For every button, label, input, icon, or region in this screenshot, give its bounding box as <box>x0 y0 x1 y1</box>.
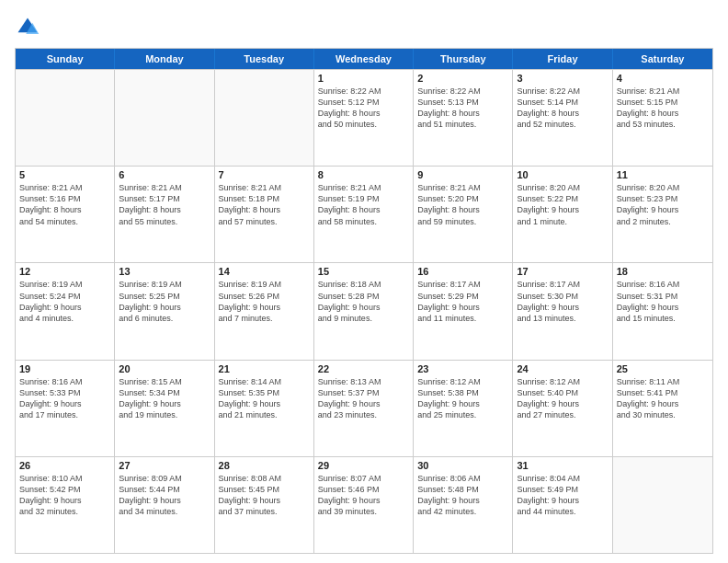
day-number: 23 <box>417 363 508 374</box>
cell-line: Sunrise: 8:10 AM <box>19 473 110 484</box>
day-cell-22: 22Sunrise: 8:13 AMSunset: 5:37 PMDayligh… <box>314 361 414 456</box>
cell-line: Daylight: 9 hours <box>219 398 310 409</box>
cell-line: and 7 minutes. <box>219 313 310 324</box>
cell-line: and 42 minutes. <box>417 506 508 517</box>
cell-line: Sunrise: 8:04 AM <box>517 473 608 484</box>
cell-line: Daylight: 9 hours <box>517 495 608 506</box>
cell-line: Sunrise: 8:19 AM <box>219 279 310 290</box>
cell-line: Sunset: 5:24 PM <box>19 291 110 302</box>
cell-line: Sunrise: 8:16 AM <box>19 376 110 387</box>
cell-line: Sunrise: 8:18 AM <box>318 279 409 290</box>
empty-cell-0-0 <box>16 70 115 166</box>
day-number: 18 <box>617 266 709 277</box>
cell-line: and 58 minutes. <box>318 216 409 227</box>
day-number: 15 <box>318 266 409 277</box>
day-number: 4 <box>617 73 709 84</box>
cell-line: Sunset: 5:18 PM <box>219 193 310 204</box>
cell-line: and 25 minutes. <box>417 409 508 420</box>
cell-line: Sunset: 5:34 PM <box>119 387 210 398</box>
page: SundayMondayTuesdayWednesdayThursdayFrid… <box>0 0 728 563</box>
cell-line: Daylight: 8 hours <box>617 108 709 119</box>
cell-line: Sunrise: 8:06 AM <box>417 473 508 484</box>
cell-line: Daylight: 8 hours <box>318 204 409 215</box>
cell-line: and 37 minutes. <box>219 506 310 517</box>
cell-line: Sunrise: 8:19 AM <box>119 279 210 290</box>
cell-line: and 55 minutes. <box>119 216 210 227</box>
cell-line: Sunset: 5:49 PM <box>517 484 608 495</box>
cell-line: and 57 minutes. <box>219 216 310 227</box>
cell-line: Sunset: 5:22 PM <box>517 193 608 204</box>
day-cell-18: 18Sunrise: 8:16 AMSunset: 5:31 PMDayligh… <box>613 263 712 359</box>
day-number: 2 <box>417 73 508 84</box>
cell-line: Daylight: 8 hours <box>219 204 310 215</box>
cell-line: and 9 minutes. <box>318 313 409 324</box>
cell-line: Sunrise: 8:21 AM <box>219 182 310 193</box>
cell-line: and 4 minutes. <box>19 313 110 324</box>
day-cell-4: 4Sunrise: 8:21 AMSunset: 5:15 PMDaylight… <box>613 70 712 166</box>
cell-line: Daylight: 9 hours <box>119 302 210 313</box>
day-number: 7 <box>219 169 310 180</box>
cell-line: Sunset: 5:19 PM <box>318 193 409 204</box>
cell-line: Daylight: 9 hours <box>19 302 110 313</box>
day-cell-29: 29Sunrise: 8:07 AMSunset: 5:46 PMDayligh… <box>314 457 414 553</box>
cell-line: Sunset: 5:28 PM <box>318 291 409 302</box>
cell-line: and 39 minutes. <box>318 506 409 517</box>
logo <box>15 15 44 40</box>
cell-line: Daylight: 9 hours <box>318 302 409 313</box>
day-cell-14: 14Sunrise: 8:19 AMSunset: 5:26 PMDayligh… <box>215 263 314 359</box>
cell-line: Sunset: 5:25 PM <box>119 291 210 302</box>
calendar-row-3: 19Sunrise: 8:16 AMSunset: 5:33 PMDayligh… <box>16 360 712 456</box>
header-cell-monday: Monday <box>115 49 214 69</box>
cell-line: Sunrise: 8:20 AM <box>617 182 709 193</box>
cell-line: and 59 minutes. <box>417 216 508 227</box>
day-number: 16 <box>417 266 508 277</box>
cell-line: and 30 minutes. <box>617 409 709 420</box>
calendar-header-row: SundayMondayTuesdayWednesdayThursdayFrid… <box>16 49 712 69</box>
day-cell-6: 6Sunrise: 8:21 AMSunset: 5:17 PMDaylight… <box>115 167 214 262</box>
cell-line: Sunrise: 8:19 AM <box>19 279 110 290</box>
day-cell-23: 23Sunrise: 8:12 AMSunset: 5:38 PMDayligh… <box>414 361 513 456</box>
cell-line: Daylight: 9 hours <box>617 204 709 215</box>
cell-line: Sunset: 5:38 PM <box>417 387 508 398</box>
day-number: 14 <box>219 266 310 277</box>
day-number: 17 <box>517 266 608 277</box>
calendar-row-2: 12Sunrise: 8:19 AMSunset: 5:24 PMDayligh… <box>16 262 712 359</box>
cell-line: Sunset: 5:48 PM <box>417 484 508 495</box>
calendar-row-0: 1Sunrise: 8:22 AMSunset: 5:12 PMDaylight… <box>16 69 712 166</box>
cell-line: and 11 minutes. <box>417 313 508 324</box>
cell-line: Sunset: 5:26 PM <box>219 291 310 302</box>
cell-line: Sunrise: 8:22 AM <box>417 86 508 97</box>
day-number: 1 <box>318 73 409 84</box>
cell-line: Sunrise: 8:22 AM <box>517 86 608 97</box>
day-number: 30 <box>417 460 508 471</box>
day-cell-9: 9Sunrise: 8:21 AMSunset: 5:20 PMDaylight… <box>414 167 513 262</box>
cell-line: and 1 minute. <box>517 216 608 227</box>
cell-line: Sunset: 5:29 PM <box>417 291 508 302</box>
cell-line: Sunset: 5:37 PM <box>318 387 409 398</box>
cell-line: and 32 minutes. <box>19 506 110 517</box>
cell-line: Sunrise: 8:17 AM <box>517 279 608 290</box>
day-number: 13 <box>119 266 210 277</box>
cell-line: Sunrise: 8:13 AM <box>318 376 409 387</box>
cell-line: Daylight: 9 hours <box>417 302 508 313</box>
logo-icon <box>15 15 40 40</box>
day-cell-7: 7Sunrise: 8:21 AMSunset: 5:18 PMDaylight… <box>215 167 314 262</box>
cell-line: and 15 minutes. <box>617 313 709 324</box>
cell-line: Sunrise: 8:12 AM <box>417 376 508 387</box>
cell-line: Daylight: 9 hours <box>219 302 310 313</box>
cell-line: Sunrise: 8:09 AM <box>119 473 210 484</box>
day-number: 5 <box>19 169 110 180</box>
day-cell-31: 31Sunrise: 8:04 AMSunset: 5:49 PMDayligh… <box>513 457 612 553</box>
cell-line: Daylight: 9 hours <box>417 495 508 506</box>
cell-line: Daylight: 8 hours <box>19 204 110 215</box>
cell-line: Sunset: 5:30 PM <box>517 291 608 302</box>
cell-line: Daylight: 8 hours <box>417 108 508 119</box>
day-cell-20: 20Sunrise: 8:15 AMSunset: 5:34 PMDayligh… <box>115 361 214 456</box>
cell-line: Sunset: 5:16 PM <box>19 193 110 204</box>
cell-line: and 44 minutes. <box>517 506 608 517</box>
cell-line: Daylight: 9 hours <box>517 204 608 215</box>
cell-line: Sunrise: 8:12 AM <box>517 376 608 387</box>
day-number: 25 <box>617 363 709 374</box>
cell-line: and 13 minutes. <box>517 313 608 324</box>
day-cell-10: 10Sunrise: 8:20 AMSunset: 5:22 PMDayligh… <box>513 167 612 262</box>
